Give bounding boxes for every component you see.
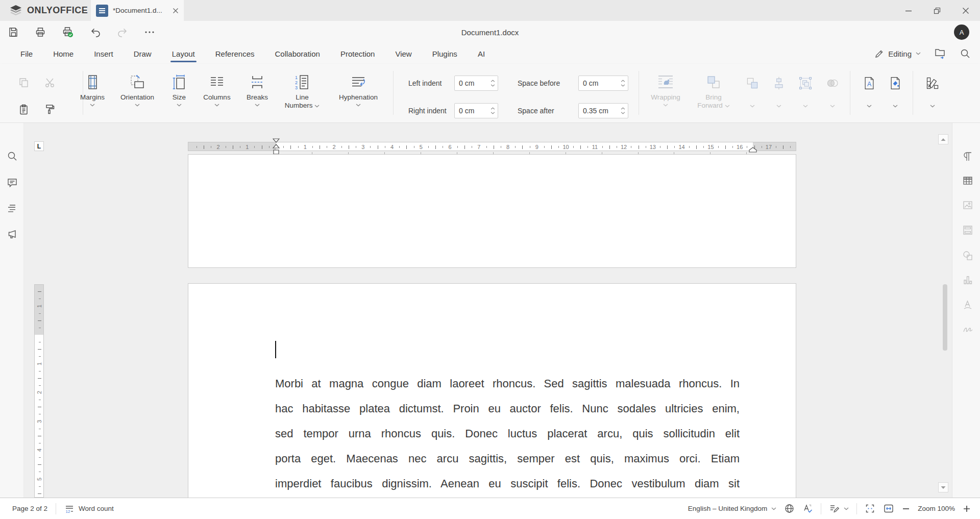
send-backward-button[interactable]	[741, 68, 764, 119]
page-1[interactable]	[188, 154, 796, 268]
menu-tab-plugins[interactable]: Plugins	[432, 50, 457, 58]
hanging-indent-marker[interactable]	[273, 144, 280, 149]
align-shapes-button[interactable]	[768, 68, 790, 119]
language-selector[interactable]: English – United Kingdom	[688, 505, 776, 512]
menu-tab-view[interactable]: View	[395, 50, 411, 58]
space-after-field[interactable]	[578, 103, 628, 118]
zoom-out-button[interactable]	[902, 505, 910, 513]
right-indent-input[interactable]	[455, 104, 488, 118]
vertical-ruler[interactable]: 112345	[34, 284, 44, 498]
minimize-icon[interactable]	[894, 0, 923, 21]
hyphenation-button[interactable]: Hyphenation	[332, 68, 385, 120]
chart-settings-icon[interactable]	[961, 273, 975, 287]
document-paragraph[interactable]: Morbi at magna congue diam laoreet rhonc…	[275, 371, 740, 496]
text-art-settings-icon[interactable]	[961, 298, 975, 312]
format-painter-button[interactable]	[41, 101, 59, 119]
watermark-button[interactable]: A	[858, 68, 880, 119]
statusbar: Page 2 of 2 12 Word count English – Unit…	[0, 498, 980, 519]
chevron-down-icon	[135, 104, 140, 107]
space-before-field[interactable]	[578, 76, 628, 91]
left-indent-input[interactable]	[455, 76, 488, 90]
menu-tab-collaboration[interactable]: Collaboration	[275, 50, 320, 58]
line-numbers-button[interactable]: 123 LineNumbers	[280, 68, 325, 120]
avatar[interactable]: A	[954, 24, 969, 40]
word-count-button[interactable]: 12 Word count	[64, 504, 114, 514]
document-text-line[interactable]: sed tempor urna rhoncus quis. Donec luct…	[275, 421, 740, 446]
tab-stop-selector[interactable]: L	[34, 141, 44, 151]
wrapping-button[interactable]: Wrapping	[644, 68, 687, 107]
scrollbar-thumb[interactable]	[943, 284, 947, 351]
menu-tab-layout[interactable]: Layout	[172, 50, 195, 58]
close-icon[interactable]	[951, 0, 980, 21]
scroll-up-button[interactable]	[938, 134, 948, 144]
zoom-in-button[interactable]	[963, 505, 971, 513]
space-before-input[interactable]	[579, 76, 619, 90]
menu-tab-references[interactable]: References	[215, 50, 255, 58]
fit-to-width-button[interactable]	[883, 503, 894, 514]
menu-tab-file[interactable]: File	[20, 50, 33, 58]
document-text-line[interactable]: porta eget. Maecenas nec arcu sagittis, …	[275, 446, 740, 471]
color-scheme-button[interactable]	[921, 68, 944, 119]
copy-button[interactable]	[15, 73, 33, 92]
document-canvas[interactable]: L 211234567891011121314151617 112345 Mor…	[24, 123, 952, 498]
header-footer-settings-icon[interactable]	[961, 223, 975, 237]
open-file-location-button[interactable]	[934, 47, 946, 60]
paste-button[interactable]	[15, 101, 33, 119]
image-settings-icon[interactable]	[961, 198, 975, 212]
menu-tab-home[interactable]: Home	[53, 50, 74, 58]
left-indent-field[interactable]	[454, 76, 498, 91]
editing-mode-button[interactable]: Editing	[874, 49, 921, 59]
left-indent-spinner[interactable]	[488, 76, 497, 90]
right-indent-field[interactable]	[454, 103, 498, 118]
margins-button[interactable]: Margins	[77, 68, 108, 120]
signature-settings-icon[interactable]	[961, 322, 975, 336]
chevron-down-icon	[771, 507, 776, 510]
space-after-spinner[interactable]	[619, 104, 627, 118]
tab-close-icon[interactable]	[173, 8, 179, 14]
save-button[interactable]	[8, 27, 19, 38]
menu-tab-ai[interactable]: AI	[478, 50, 485, 58]
find-icon[interactable]	[5, 149, 19, 163]
spell-check-icon[interactable]	[802, 503, 813, 514]
space-after-input[interactable]	[579, 104, 619, 118]
comments-icon[interactable]	[5, 176, 19, 190]
quick-print-button[interactable]	[62, 26, 74, 38]
feedback-icon[interactable]	[5, 227, 19, 241]
orientation-button[interactable]: Orientation	[115, 68, 159, 120]
navigation-headings-icon[interactable]	[5, 201, 19, 215]
document-language-globe-icon[interactable]	[784, 503, 795, 514]
space-before-spinner[interactable]	[619, 76, 627, 90]
right-indent-marker[interactable]	[749, 147, 757, 153]
columns-button[interactable]: Columns	[199, 68, 235, 120]
fit-to-page-button[interactable]	[865, 503, 875, 514]
print-button[interactable]	[35, 27, 46, 38]
table-settings-icon[interactable]	[961, 174, 975, 188]
right-panel	[952, 123, 980, 498]
document-tab[interactable]: *Document1.d...	[91, 0, 184, 21]
first-line-indent-marker[interactable]	[273, 138, 280, 143]
document-text-line[interactable]: imperdiet faucibus dignissim. Aenean eu …	[275, 471, 740, 496]
page-indicator[interactable]: Page 2 of 2	[12, 505, 47, 512]
more-options-icon[interactable]	[144, 27, 155, 38]
menu-tab-insert[interactable]: Insert	[94, 50, 113, 58]
document-text-line[interactable]: Morbi at magna congue diam laoreet rhonc…	[275, 371, 740, 396]
search-button[interactable]	[960, 48, 971, 59]
redo-button[interactable]	[117, 27, 128, 38]
breaks-button[interactable]: Breaks	[242, 68, 273, 120]
track-changes-button[interactable]	[829, 503, 849, 514]
menu-tab-draw[interactable]: Draw	[134, 50, 152, 58]
right-indent-spinner[interactable]	[488, 104, 497, 118]
menu-tab-protection[interactable]: Protection	[340, 50, 375, 58]
page-color-button[interactable]	[884, 68, 906, 119]
undo-button[interactable]	[90, 27, 101, 38]
restore-icon[interactable]	[923, 0, 951, 21]
paragraph-settings-icon[interactable]	[961, 150, 975, 164]
document-text-line[interactable]: hac habitasse platea dictumst. Proin eu …	[275, 396, 740, 421]
shape-settings-icon[interactable]	[961, 249, 975, 263]
size-button[interactable]: Size	[166, 68, 192, 120]
cut-button[interactable]	[41, 73, 59, 92]
scroll-down-button[interactable]	[938, 482, 948, 492]
merge-shapes-button[interactable]	[821, 68, 844, 119]
bring-forward-button[interactable]: BringForward	[690, 68, 737, 110]
group-shapes-button[interactable]	[794, 68, 817, 119]
